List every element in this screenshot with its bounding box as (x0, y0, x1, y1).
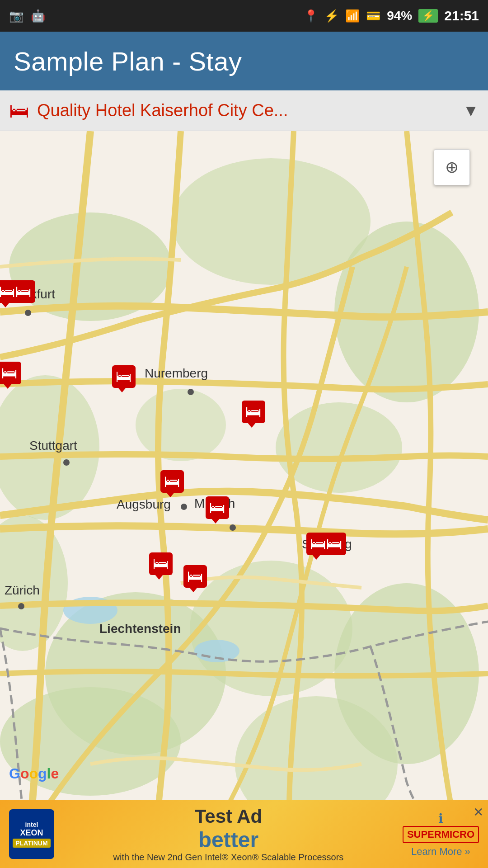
status-right-icons: 📍 ⚡ 📶 💳 94% ⚡ 21:51 (304, 8, 479, 24)
ad-test-label: Test Ad (63, 806, 394, 827)
bed-icon: 🛏 (9, 99, 29, 122)
sim-icon: 💳 (366, 9, 380, 23)
hotel-marker-2[interactable]: 🛏 (0, 362, 21, 384)
target-icon: ⊕ (445, 158, 459, 177)
munich-dot (230, 524, 236, 531)
location-status-icon: 📍 (304, 9, 318, 23)
supermicro-logo: SUPERMICRO (403, 826, 479, 843)
city-augsburg: Augsburg (117, 497, 171, 512)
time-display: 21:51 (444, 8, 479, 24)
hotel-marker-7[interactable]: 🛏 (149, 552, 173, 575)
ad-sub-text: with the New 2nd Gen Intel® Xeon® Scalab… (63, 852, 394, 863)
ad-content: Test Ad better with the New 2nd Gen Inte… (63, 806, 394, 863)
city-liechtenstein: Liechtenstein (99, 622, 181, 636)
battery-text: 94% (387, 9, 412, 23)
bluetooth-icon: ⚡ (324, 9, 339, 23)
battery-icon: ⚡ (418, 9, 438, 23)
nuremberg-dot (188, 389, 194, 395)
hotel-selector-dropdown[interactable]: 🛏 Quality Hotel Kaiserhof City Ce... ▼ (0, 90, 488, 131)
learn-more-link[interactable]: Learn More » (411, 846, 470, 858)
bed-marker-icon-9: 🛏🛏 (306, 533, 346, 555)
android-icon: 🤖 (31, 9, 45, 23)
bed-marker-icon-8: 🛏 (183, 565, 207, 588)
city-zurich: Zürich (5, 583, 40, 598)
bed-marker-icon-4: 🛏 (242, 401, 265, 423)
frankfurt-dot (25, 310, 31, 316)
map-view[interactable]: Frankfurt Nuremberg Stuttgart Augsburg M… (0, 131, 488, 809)
hotel-marker-1[interactable]: 🛏🛏 (0, 280, 35, 303)
page-title: Sample Plan - Stay (14, 46, 242, 76)
intel-logo: intel XEON PLATINUM (9, 809, 54, 859)
chevron-down-icon: ▼ (463, 101, 479, 120)
ad-close-button[interactable]: ✕ (473, 805, 483, 820)
ad-banner[interactable]: intel XEON PLATINUM Test Ad better with … (0, 800, 488, 868)
info-icon: ℹ (438, 811, 443, 826)
bed-marker-icon-3: 🛏 (112, 365, 136, 388)
google-logo: Google (9, 765, 59, 782)
camera-icon: 📷 (9, 9, 23, 23)
status-bar: 📷 🤖 📍 ⚡ 📶 💳 94% ⚡ 21:51 (0, 0, 488, 32)
wifi-icon: 📶 (345, 9, 360, 23)
hotel-marker-6[interactable]: 🛏 (206, 496, 229, 519)
ad-better-text: better (63, 827, 394, 852)
hotel-marker-4[interactable]: 🛏 (242, 401, 265, 423)
city-nuremberg: Nuremberg (145, 366, 208, 381)
status-left-icons: 📷 🤖 (9, 9, 45, 23)
city-stuttgart: Stuttgart (29, 439, 77, 453)
stuttgart-dot (63, 459, 70, 466)
bed-marker-icon-6: 🛏 (206, 496, 229, 519)
hotel-marker-5[interactable]: 🛏 (160, 470, 184, 493)
bed-marker-icon-1: 🛏🛏 (0, 280, 35, 303)
augsburg-dot (181, 504, 187, 510)
app-bar: Sample Plan - Stay (0, 32, 488, 90)
hotel-marker-8[interactable]: 🛏 (183, 565, 207, 588)
supermicro-area: ℹ SUPERMICRO Learn More » (403, 811, 479, 858)
map-background (0, 131, 488, 809)
bed-marker-icon-7: 🛏 (149, 552, 173, 575)
bed-marker-icon-2: 🛏 (0, 362, 21, 384)
bed-marker-icon-5: 🛏 (160, 470, 184, 493)
hotel-name-label: Quality Hotel Kaiserhof City Ce... (37, 101, 458, 120)
zurich-dot (18, 603, 24, 609)
my-location-button[interactable]: ⊕ (434, 149, 470, 185)
hotel-marker-9[interactable]: 🛏🛏 (306, 533, 346, 555)
hotel-marker-3[interactable]: 🛏 (112, 365, 136, 388)
svg-point-5 (136, 389, 226, 461)
svg-point-6 (276, 402, 402, 493)
